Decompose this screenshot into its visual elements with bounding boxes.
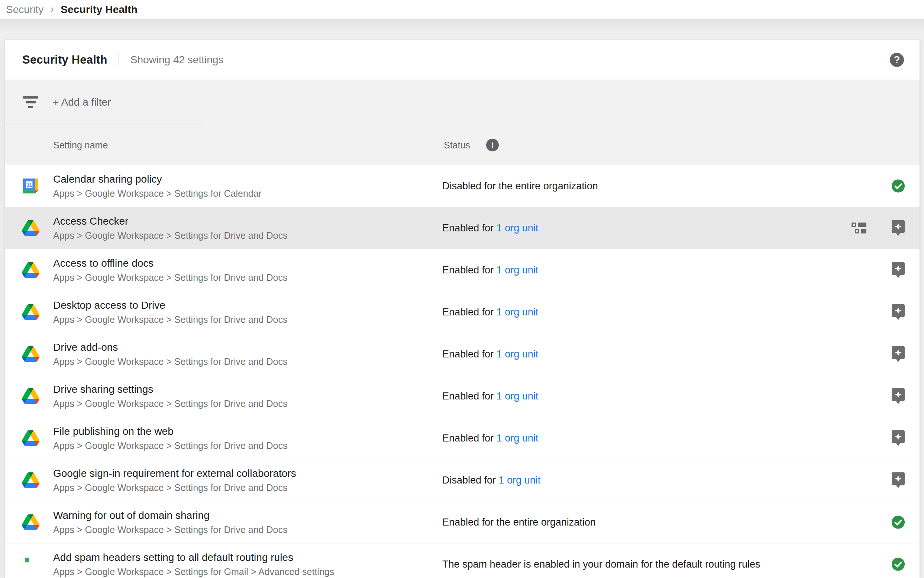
- setting-text: Drive add-ons Apps > Google Workspace > …: [53, 341, 287, 367]
- setting-path: Apps > Google Workspace > Settings for D…: [53, 524, 287, 535]
- drive-icon: [21, 262, 40, 278]
- setting-status: Enabled for 1 org unit: [442, 222, 538, 234]
- recommendation-icon[interactable]: [890, 346, 905, 363]
- setting-path: Apps > Google Workspace > Settings for G…: [53, 567, 334, 577]
- drive-icon: [21, 304, 40, 320]
- drive-icon: [21, 472, 40, 488]
- calendar-icon: [21, 179, 40, 194]
- header-divider: [118, 54, 119, 66]
- status-ok-icon: [890, 179, 905, 193]
- status-ok-icon: [890, 516, 905, 529]
- recommendation-icon[interactable]: [890, 388, 905, 405]
- breadcrumb-item-security[interactable]: Security: [6, 4, 44, 16]
- status-text: Enabled for the entire organization: [442, 516, 596, 528]
- add-filter-button[interactable]: + Add a filter: [53, 96, 111, 108]
- org-unit-link[interactable]: 1 org unit: [497, 265, 539, 276]
- setting-text: Desktop access to Drive Apps > Google Wo…: [53, 299, 287, 325]
- org-unit-link[interactable]: 1 org unit: [497, 433, 539, 444]
- drive-icon: [21, 220, 40, 236]
- breadcrumb: Security › Security Health: [0, 0, 924, 19]
- setting-path: Apps > Google Workspace > Settings for D…: [53, 440, 287, 451]
- setting-name: File publishing on the web: [53, 425, 287, 437]
- setting-name: Drive sharing settings: [53, 383, 287, 395]
- setting-row[interactable]: Access to offline docs Apps > Google Wor…: [5, 249, 919, 291]
- status-text: Disabled for: [442, 475, 499, 486]
- org-unit-link[interactable]: 1 org unit: [499, 475, 541, 486]
- setting-status: Enabled for 1 org unit: [442, 433, 538, 444]
- setting-status: Disabled for 1 org unit: [442, 475, 540, 486]
- column-setting-name: Setting name: [53, 140, 108, 150]
- page-background-band: [0, 19, 924, 40]
- drive-icon: [21, 430, 40, 446]
- setting-path: Apps > Google Workspace > Settings for C…: [53, 188, 262, 199]
- setting-name: Drive add-ons: [53, 341, 287, 353]
- setting-status: Disabled for the entire organization: [442, 180, 598, 192]
- help-icon[interactable]: ?: [890, 53, 904, 67]
- setting-row[interactable]: Access Checker Apps > Google Workspace >…: [5, 207, 919, 249]
- setting-text: Google sign-in requirement for external …: [53, 467, 296, 493]
- breadcrumb-item-security-health: Security Health: [61, 4, 138, 16]
- recommendation-icon[interactable]: [890, 262, 905, 279]
- setting-text: File publishing on the web Apps > Google…: [53, 425, 287, 451]
- setting-name: Access Checker: [53, 215, 287, 227]
- setting-status: Enabled for the entire organization: [442, 516, 596, 528]
- setting-row[interactable]: Drive sharing settings Apps > Google Wor…: [5, 375, 919, 417]
- org-unit-link[interactable]: 1 org unit: [497, 307, 539, 318]
- setting-text: Drive sharing settings Apps > Google Wor…: [53, 383, 287, 409]
- setting-path: Apps > Google Workspace > Settings for D…: [53, 272, 287, 283]
- settings-list: Calendar sharing policy Apps > Google Wo…: [5, 165, 919, 578]
- setting-row[interactable]: Calendar sharing policy Apps > Google Wo…: [5, 165, 919, 207]
- setting-text: Add spam headers setting to all default …: [53, 551, 334, 577]
- setting-name: Access to offline docs: [53, 257, 287, 269]
- page-title: Security Health: [22, 53, 107, 67]
- table-header: Setting name Status i: [5, 125, 919, 165]
- filter-icon[interactable]: [22, 96, 39, 108]
- status-text: Enabled for: [442, 307, 497, 318]
- setting-text: Access Checker Apps > Google Workspace >…: [53, 215, 287, 241]
- setting-name: Warning for out of domain sharing: [53, 509, 287, 521]
- setting-status: Enabled for 1 org unit: [442, 265, 538, 276]
- recommendation-icon[interactable]: [890, 430, 905, 447]
- setting-path: Apps > Google Workspace > Settings for D…: [53, 314, 287, 325]
- setting-name: Desktop access to Drive: [53, 299, 287, 311]
- setting-text: Access to offline docs Apps > Google Wor…: [53, 257, 287, 283]
- setting-name: Add spam headers setting to all default …: [53, 551, 334, 563]
- org-unit-link[interactable]: 1 org unit: [497, 391, 539, 402]
- setting-row[interactable]: Desktop access to Drive Apps > Google Wo…: [5, 291, 919, 333]
- setting-name: Calendar sharing policy: [53, 173, 262, 185]
- status-ok-icon: [890, 557, 905, 571]
- status-text: Enabled for: [442, 433, 497, 444]
- setting-name: Google sign-in requirement for external …: [53, 467, 296, 479]
- settings-count-label: Showing 42 settings: [131, 54, 224, 66]
- setting-row[interactable]: Google sign-in requirement for external …: [5, 459, 919, 502]
- setting-status: Enabled for 1 org unit: [442, 307, 538, 318]
- setting-row[interactable]: File publishing on the web Apps > Google…: [5, 417, 919, 459]
- status-text: The spam header is enabled in your domai…: [442, 559, 761, 570]
- gmail-icon: [21, 558, 40, 571]
- status-text: Enabled for: [442, 349, 497, 360]
- card-header: Security Health Showing 42 settings ?: [5, 40, 919, 80]
- setting-text: Calendar sharing policy Apps > Google Wo…: [53, 173, 262, 199]
- recommendation-icon[interactable]: [890, 472, 905, 489]
- status-text: Enabled for: [442, 391, 497, 402]
- org-unit-link[interactable]: 1 org unit: [497, 222, 539, 234]
- setting-path: Apps > Google Workspace > Settings for D…: [53, 230, 287, 241]
- setting-row[interactable]: Drive add-ons Apps > Google Workspace > …: [5, 333, 919, 375]
- setting-row[interactable]: Warning for out of domain sharing Apps >…: [5, 502, 919, 544]
- filter-bar: + Add a filter: [5, 80, 919, 125]
- status-text: Enabled for: [442, 265, 497, 276]
- setting-path: Apps > Google Workspace > Settings for D…: [53, 398, 287, 409]
- setting-status: Enabled for 1 org unit: [442, 391, 538, 402]
- setting-status: Enabled for 1 org unit: [442, 349, 538, 360]
- recommendation-icon[interactable]: [890, 304, 905, 321]
- drive-icon: [21, 515, 40, 530]
- status-text: Enabled for: [442, 222, 497, 234]
- status-text: Disabled for the entire organization: [442, 180, 598, 192]
- recommendation-icon[interactable]: [890, 220, 905, 237]
- setting-text: Warning for out of domain sharing Apps >…: [53, 509, 287, 535]
- info-icon[interactable]: i: [486, 139, 499, 151]
- org-unit-scope-icon: [851, 223, 866, 234]
- setting-row[interactable]: Add spam headers setting to all default …: [5, 544, 919, 578]
- drive-icon: [21, 388, 40, 404]
- org-unit-link[interactable]: 1 org unit: [497, 349, 539, 360]
